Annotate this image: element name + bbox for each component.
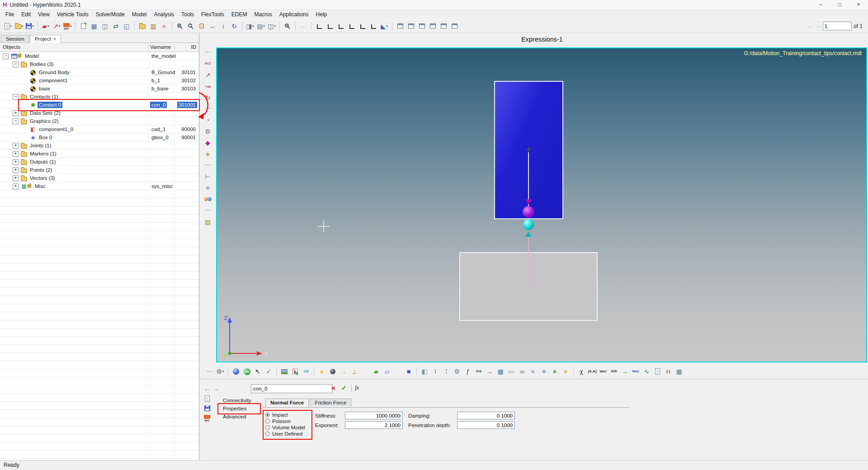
protractor-icon[interactable]: ◔ — [199, 114, 216, 126]
mechanism-icon[interactable]: ⚙ — [199, 126, 216, 137]
maximize-button[interactable]: □ — [830, 0, 849, 9]
flexbody-icon[interactable]: ∗ — [561, 366, 571, 377]
body-entity-icon[interactable] — [328, 366, 338, 377]
iso-view-icon[interactable]: ◣▾ — [379, 21, 389, 32]
expander-icon[interactable]: + — [13, 183, 19, 189]
tree-row-vectors-3[interactable]: +Vectors (3) — [0, 174, 199, 182]
rigid-group-icon[interactable]: ◧ — [420, 366, 429, 377]
menu-edem[interactable]: EDEM — [228, 11, 251, 18]
expander-icon[interactable]: − — [13, 94, 19, 100]
run-solver-icon[interactable] — [242, 366, 252, 377]
tree-row-graphics-2[interactable]: −Graphics (2) — [0, 117, 199, 125]
tab-project[interactable]: Project × — [30, 35, 61, 43]
tree-row-ground-body[interactable]: Ground BodyB_Ground30101 — [0, 68, 199, 76]
panel-notes-icon[interactable] — [205, 395, 210, 402]
contact-sphere-upper[interactable] — [523, 206, 534, 218]
model-tools-icon[interactable]: ⚙▾ — [215, 366, 225, 377]
menu-model[interactable]: Model — [128, 11, 151, 18]
fit-horizontal-icon[interactable]: ↔ — [208, 21, 217, 32]
next-page-icon[interactable]: → — [815, 23, 821, 29]
radio-user-defined[interactable]: User Defined — [265, 431, 302, 437]
open-file-icon[interactable]: ▾ — [14, 21, 24, 32]
output-request-icon[interactable]: → — [485, 366, 495, 377]
expression-builder-button[interactable]: fx — [355, 384, 359, 391]
tree-row-outputs-1[interactable]: +Outputs (1) — [0, 158, 199, 166]
plot-window-icon[interactable] — [290, 366, 300, 377]
snapshot-icon[interactable] — [279, 366, 289, 377]
session-report-icon[interactable]: ▥ — [148, 21, 158, 32]
add-page-icon[interactable] — [78, 21, 88, 32]
surface-entity-icon[interactable]: ▰ — [371, 366, 381, 377]
capture-image-icon[interactable]: ◫▾ — [267, 21, 277, 32]
expander-icon[interactable]: − — [13, 118, 19, 124]
sphere-display-icon[interactable] — [231, 366, 241, 377]
panel-save-icon[interactable] — [204, 405, 210, 411]
menu-solvermode[interactable]: SolverMode — [92, 11, 128, 18]
tab-friction-force[interactable]: Friction Force — [310, 399, 351, 406]
marker-tool-icon[interactable]: ◆ — [199, 137, 216, 148]
verify-model-icon[interactable]: ✓ — [264, 366, 274, 377]
coupler-icon[interactable]: ∗ — [550, 366, 560, 377]
expression-icon[interactable]: χ — [576, 366, 586, 377]
plot-curve-icon[interactable]: ≈ — [159, 21, 169, 32]
radio-poisson[interactable]: Poisson — [265, 418, 291, 424]
table-icon[interactable]: ▦ — [495, 366, 505, 377]
fit-vertical-icon[interactable]: ↕ — [218, 21, 228, 32]
beam-icon[interactable]: I — [430, 366, 440, 377]
exponent-input[interactable] — [345, 421, 403, 429]
restore-windows-icon[interactable] — [439, 21, 448, 32]
ruler-icon[interactable]: ⊢ — [199, 171, 216, 182]
pan-icon[interactable] — [197, 21, 207, 32]
vector-entity-icon[interactable]: → — [339, 366, 349, 377]
cancel-button[interactable]: × — [331, 384, 335, 392]
expander-icon[interactable]: + — [13, 151, 19, 157]
menu-file[interactable]: File — [2, 11, 18, 18]
tree-row-component1-0[interactable]: ◧component1_0cad_190000 — [0, 125, 199, 133]
apply-button[interactable]: ✓ — [341, 384, 347, 391]
expander-icon[interactable]: + — [13, 143, 19, 149]
pin-joint-icon[interactable]: ⊺ — [441, 366, 451, 377]
paint-tool-icon[interactable]: ▨ — [199, 216, 216, 227]
close-window-icon[interactable] — [449, 21, 459, 32]
copy-icon[interactable]: ◨▾ — [245, 21, 255, 32]
damping-input[interactable] — [457, 412, 515, 419]
capsule-icon[interactable]: ▭ — [506, 366, 516, 377]
string-icon[interactable]: 'abc' — [598, 366, 608, 377]
view-right-icon[interactable] — [347, 21, 357, 32]
tile-vertical-icon[interactable] — [428, 21, 438, 32]
zoom-in-icon[interactable] — [175, 21, 185, 32]
expander-icon[interactable]: − — [3, 53, 9, 59]
stiffness-input[interactable] — [345, 412, 403, 419]
tree-row-misc[interactable]: +▦Miscsys_misc — [0, 182, 199, 190]
measure-tool-icon[interactable]: ↗▾ — [52, 21, 61, 32]
cross-entity-icon[interactable]: + — [393, 366, 403, 377]
rotate-tool-icon[interactable]: ↻ — [199, 92, 216, 103]
entity-varname-input[interactable] — [251, 384, 332, 393]
point-entity-icon[interactable]: ● — [317, 366, 327, 377]
contact-spheres-icon[interactable] — [199, 193, 216, 205]
radio-impact[interactable]: Impact — [265, 412, 288, 418]
annotation-tool-icon[interactable]: ▰▾ — [41, 21, 51, 32]
menu-tools[interactable]: Tools — [178, 11, 198, 18]
bushing-icon[interactable]: ≈ — [528, 366, 538, 377]
menu-help[interactable]: Help — [312, 11, 331, 18]
snap-tool-icon[interactable]: ∗ — [199, 148, 216, 160]
translate-tool-icon[interactable]: ↗ — [199, 69, 216, 80]
tree-row-model[interactable]: −Modelthe_model — [0, 52, 199, 60]
spreadsheet-icon[interactable]: ▦ — [674, 366, 684, 377]
contact-sphere-lower[interactable] — [523, 219, 534, 230]
matrix-icon[interactable]: [A,A] — [587, 366, 597, 377]
view-front-icon[interactable] — [358, 21, 368, 32]
fmu-icon[interactable]: fmu — [631, 366, 641, 377]
tree-row-bodies-3[interactable]: −Bodies (3) — [0, 60, 199, 68]
tab-properties[interactable]: Properties — [221, 404, 253, 413]
force-icon[interactable]: ƒ — [463, 366, 473, 377]
expander-icon[interactable]: + — [13, 159, 19, 165]
view-top-icon[interactable] — [314, 21, 324, 32]
menu-macros[interactable]: Macros — [250, 11, 275, 18]
template-icon[interactable] — [652, 366, 662, 377]
tree-row-joints-1[interactable]: +Joints (1) — [0, 141, 199, 150]
menu-view[interactable]: View — [34, 11, 53, 18]
expander-icon[interactable]: − — [13, 61, 19, 67]
assign-icon[interactable]: → — [620, 366, 630, 377]
